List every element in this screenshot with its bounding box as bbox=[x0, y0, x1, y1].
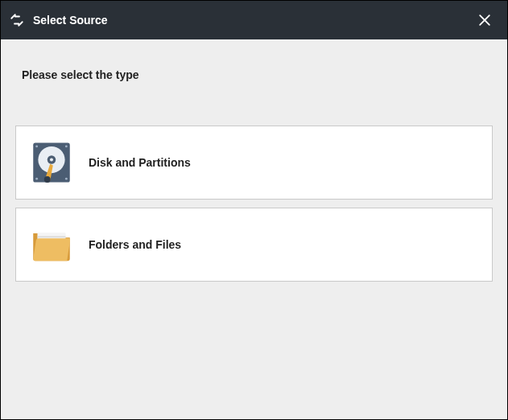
svg-point-5 bbox=[50, 158, 53, 161]
app-arrows-icon bbox=[9, 12, 25, 28]
titlebar: Select Source bbox=[1, 1, 507, 39]
svg-rect-13 bbox=[38, 237, 66, 238]
option-label: Folders and Files bbox=[89, 238, 181, 251]
close-icon bbox=[477, 12, 493, 28]
svg-point-10 bbox=[35, 178, 38, 180]
folder-icon bbox=[27, 220, 76, 269]
dialog-content: Please select the type Disk and Partitio… bbox=[1, 39, 507, 419]
window-title: Select Source bbox=[33, 14, 469, 27]
option-disk-and-partitions[interactable]: Disk and Partitions bbox=[15, 126, 493, 200]
option-folders-and-files[interactable]: Folders and Files bbox=[15, 208, 493, 282]
svg-point-7 bbox=[44, 176, 51, 183]
svg-point-9 bbox=[65, 145, 68, 147]
svg-point-8 bbox=[35, 145, 38, 147]
hard-disk-icon bbox=[27, 138, 76, 187]
prompt-text: Please select the type bbox=[22, 68, 493, 81]
svg-point-11 bbox=[65, 178, 68, 180]
dialog-window: Select Source Please select the type bbox=[0, 0, 508, 420]
option-label: Disk and Partitions bbox=[89, 156, 191, 169]
close-button[interactable] bbox=[469, 4, 501, 36]
